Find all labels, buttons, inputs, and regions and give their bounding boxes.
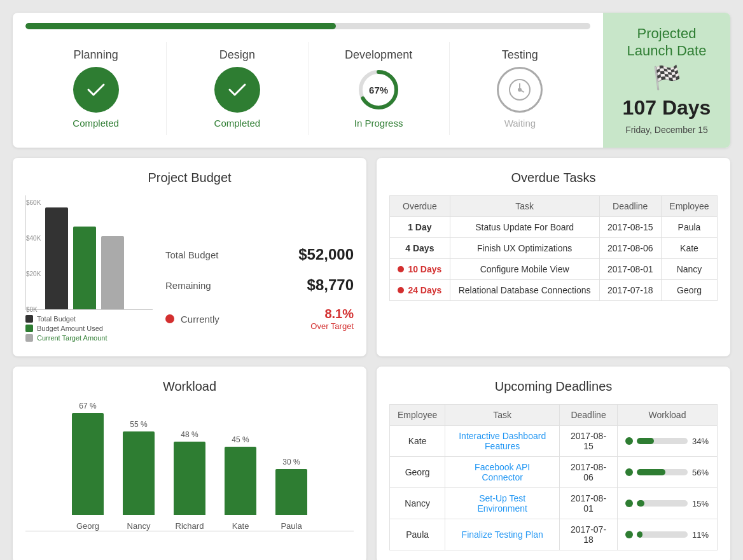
table-row: Nancy Set-Up Test Environment 2017-08-01… [390,488,718,519]
task-deadline: 2017-08-15 [599,217,661,238]
progress-track [637,469,688,475]
task-name[interactable]: Status Update For Board [450,217,599,238]
task-deadline: 2017-08-06 [599,238,661,259]
employee-name: Georg [390,457,445,488]
task-deadline: 2017-08-01 [599,259,661,280]
progress-pct: 11% [691,530,709,540]
col-overdue: Overdue [390,196,450,217]
legend-used: Budget Amount Used [25,325,153,332]
workload-pct: 67 % [79,402,96,410]
workload-bar [275,469,307,515]
task-deadline: 2017-08-06 [560,457,618,488]
col-deadline: Deadline [599,196,661,217]
top-section: Planning Completed Design Completed [13,13,730,148]
phase-icon-testing [497,67,543,113]
task-employee: Paula [661,217,717,238]
col-deadline: Deadline [560,405,618,426]
task-name[interactable]: Set-Up Test Environment [445,488,560,519]
bar-used [73,227,96,309]
svg-point-5 [518,88,521,91]
y-labels: $0K $20K $40K $60K [26,195,41,309]
task-employee: Georg [661,280,717,301]
task-employee: Nancy [661,259,717,280]
bar-chart-area: $0K $20K $40K $60K Total Budget [25,195,153,344]
launch-flag-icon: 🏁 [653,64,681,91]
table-row: 4 Days Finish UX Optimizations 2017-08-0… [390,238,718,259]
legend-dot-used [25,325,33,332]
task-name[interactable]: Interactive Dashboard Features [445,426,560,457]
task-name[interactable]: Finish UX Optimizations [450,238,599,259]
workload-progress: 56% [625,468,709,477]
table-row: 10 Days Configure Mobile View 2017-08-01… [390,259,718,280]
progress-pct: 56% [691,468,709,477]
remaining-label: Remaining [165,280,211,291]
table-row: 1 Day Status Update For Board 2017-08-15… [390,217,718,238]
upcoming-deadlines-card: Upcoming Deadlines Employee Task Deadlin… [377,367,730,560]
workload-title: Workload [25,379,354,394]
task-name[interactable]: Relational Database Connections [450,280,599,301]
col-workload: Workload [617,405,717,426]
task-name[interactable]: Finalize Testing Plan [445,519,560,550]
workload-pct: 30 % [282,458,300,466]
launch-date-title: Projected Launch Date [616,25,718,59]
progress-track [637,500,688,507]
stat-total-budget: Total Budget $52,000 [165,246,354,263]
legend-dot-target [25,334,33,342]
workload-name: Paula [281,521,302,531]
progress-pct: 34% [691,437,709,446]
col-employee: Employee [390,405,445,426]
currently-value: 8.1% [324,307,354,321]
launch-days: 107 Days [623,96,711,120]
legend-target: Current Target Amount [25,334,153,342]
workload-name: Richard [176,521,204,531]
workload-card: Workload 67 % Georg 55 % Nancy 48 % Rich… [13,367,366,560]
phase-status-development: In Progress [354,118,403,129]
upcoming-deadlines-title: Upcoming Deadlines [389,379,718,394]
development-percent: 67% [369,85,388,95]
overdue-days: 10 Days [390,259,450,280]
budget-stats: Total Budget $52,000 Remaining $8,770 Cu… [165,246,354,344]
task-name[interactable]: Facebook API Connector [445,457,560,488]
deadlines-table: Employee Task Deadline Workload Kate Int… [389,404,718,550]
currently-row: Currently 8.1% Over Target [165,307,354,331]
y-label-0k: $0K [26,306,41,313]
table-row: 24 Days Relational Database Connections … [390,280,718,301]
legend-label-used: Budget Amount Used [37,325,103,332]
task-deadline: 2017-08-01 [560,488,618,519]
y-label-60k: $60K [26,199,41,206]
table-row: Georg Facebook API Connector 2017-08-06 … [390,457,718,488]
task-name[interactable]: Configure Mobile View [450,259,599,280]
workload-name: Kate [232,521,249,531]
employee-name: Paula [390,519,445,550]
overdue-tasks-card: Overdue Tasks Overdue Task Deadline Empl… [377,158,730,356]
remaining-value: $8,770 [307,276,354,294]
phase-planning: Planning Completed [25,42,167,135]
red-dot-icon [165,314,174,323]
bar-chart: $0K $20K $40K $60K [25,195,153,310]
workload-bar [225,447,256,515]
legend-dot-total [25,315,33,323]
workload-bar-group: 45 % Kate [225,435,256,531]
progress-track [637,438,688,444]
workload-bar-group: 30 % Paula [275,458,307,531]
budget-content: $0K $20K $40K $60K Total Budget [25,195,354,344]
currently-label: Currently [181,314,219,325]
dashboard: Planning Completed Design Completed [13,13,730,560]
task-employee: Kate [661,238,717,259]
phase-status-testing: Waiting [504,118,536,129]
workload-bar-group: 67 % Georg [72,402,104,531]
task-deadline: 2017-07-18 [599,280,661,301]
y-label-40k: $40K [26,235,41,242]
progress-dot [625,468,633,476]
legend-label-target: Current Target Amount [37,334,107,342]
launch-date-box: Projected Launch Date 🏁 107 Days Friday,… [603,13,730,148]
deadlines-header-row: Employee Task Deadline Workload [390,405,718,426]
workload-name: Nancy [127,521,151,531]
employee-name: Nancy [390,488,445,519]
workload-pct: 45 % [232,435,249,444]
workload-bar-group: 55 % Nancy [123,420,155,531]
budget-card: Project Budget $0K $20K $40K $60K [13,158,366,356]
budget-legend: Total Budget Budget Amount Used Current … [25,315,153,344]
bar-target [101,236,124,309]
task-workload: 56% [617,457,717,488]
